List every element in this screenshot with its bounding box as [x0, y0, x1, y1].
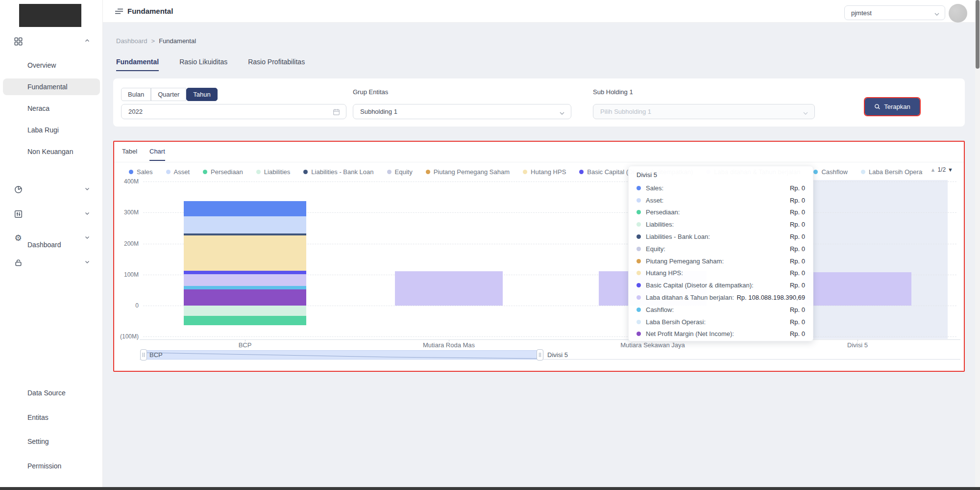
sidebar-item-permission[interactable]: Permission: [0, 253, 103, 272]
tooltip-series-dot-icon: [637, 320, 641, 324]
legend-dot-icon: [387, 170, 392, 174]
period-option-tahun[interactable]: Tahun: [186, 88, 217, 101]
sub-holding-select[interactable]: Pilih Subholding 1: [593, 104, 815, 119]
period-option-quarter[interactable]: Quarter: [151, 88, 186, 101]
avatar[interactable]: [949, 4, 967, 23]
grup-entitas-select[interactable]: Subholding 1: [353, 104, 571, 119]
sidebar-item-label: Permission: [27, 462, 61, 470]
bar-segment-divisi-5-laba-ditahan-tahun-berjalan[interactable]: [804, 272, 911, 306]
tooltip-row-value: Rp. 0: [790, 197, 805, 204]
bar-segment-bcp-laba-ditahan-tahun-berjalan[interactable]: [184, 274, 306, 286]
bar-segment-bcp-persediaan[interactable]: [184, 316, 306, 326]
chart-tooltip: Divisi 5 Sales:Rp. 0Asset:Rp. 0Persediaa…: [628, 166, 813, 341]
y-axis-tick-label: 100M: [114, 271, 139, 278]
legend-item-piutang-pemegang-saham[interactable]: Piutang Pemegang Saham: [426, 168, 510, 176]
tooltip-row-value: Rp. 0: [790, 269, 805, 277]
topbar: Fundamental pjmtest: [103, 0, 980, 23]
grup-entitas-value: Subholding 1: [360, 108, 397, 115]
bar-segment-mutiara-roda-mas-laba-ditahan-tahun-berjalan[interactable]: [395, 271, 503, 306]
sidebar-item-dashboard[interactable]: Dashboard: [0, 31, 103, 51]
tooltip-series-dot-icon: [637, 247, 641, 251]
legend-dot-icon: [813, 170, 818, 174]
sidebar-subitem-non-keuangan[interactable]: Non Keuangan: [3, 143, 100, 160]
tooltip-series-dot-icon: [637, 332, 641, 336]
navigator-right-handle[interactable]: [537, 349, 543, 361]
grup-entitas-label: Grup Entitas: [353, 88, 388, 96]
legend-label: Hutang HPS: [531, 168, 566, 176]
legend-item-cashflow[interactable]: Cashflow: [813, 168, 847, 176]
sidebar-subitem-fundamental[interactable]: Fundamental: [3, 78, 100, 95]
y-axis-tick-label: (100M): [114, 333, 139, 340]
legend-page-up-icon[interactable]: ▲: [931, 167, 936, 173]
tooltip-row-cashflow: Cashflow:Rp. 0: [637, 304, 805, 316]
gridline-400m: [143, 181, 956, 182]
y-axis-tick-label: 0: [114, 302, 139, 309]
sidebar-subitem-label: Laba Rugi: [27, 126, 59, 134]
tab-rasio-profitabilitas[interactable]: Rasio Profitabilitas: [248, 58, 305, 71]
legend-label: Laba Bersih Operasi: [869, 168, 923, 176]
bar-segment-bcp-sales[interactable]: [184, 201, 306, 216]
tooltip-row-label: Persediaan:: [646, 208, 680, 216]
legend-item-liabilities[interactable]: Liabilities: [256, 168, 290, 176]
year-input[interactable]: 2022: [121, 104, 346, 119]
y-axis-tick-label: 200M: [114, 240, 139, 247]
legend-dot-icon: [426, 170, 430, 174]
bar-segment-bcp-asset[interactable]: [184, 216, 306, 233]
tab-chart[interactable]: Chart: [149, 148, 165, 161]
legend-item-hutang-hps[interactable]: Hutang HPS: [523, 168, 566, 176]
pie-chart-icon: [14, 185, 23, 194]
sidebar-item-data-source[interactable]: Data Source: [0, 180, 103, 199]
tooltip-row-label: Liabilities - Bank Loan:: [646, 233, 710, 240]
tooltip-row-label: Asset:: [646, 197, 663, 204]
legend-label: Liabilities: [264, 168, 290, 176]
app-logo: [19, 4, 81, 27]
tooltip-row-laba-bersih-operasi: Laba Bersih Operasi:Rp. 0: [637, 316, 805, 328]
breadcrumb-dashboard[interactable]: Dashboard: [116, 37, 147, 45]
apply-button[interactable]: Terapkan: [865, 98, 920, 115]
sidebar-subitem-label: Overview: [27, 61, 56, 69]
sidebar-item-entitas[interactable]: Entitas: [0, 204, 103, 224]
legend-item-asset[interactable]: Asset: [166, 168, 190, 176]
period-option-bulan[interactable]: Bulan: [121, 88, 151, 101]
sidebar-subitem-overview[interactable]: Overview: [3, 57, 100, 74]
category-label-mutiara-sekawan-jaya: Mutiara Sekawan Jaya: [594, 341, 711, 349]
bar-segment-bcp-hutang-hps[interactable]: [184, 235, 306, 271]
sidebar-subitem-laba-rugi[interactable]: Laba Rugi: [3, 122, 100, 138]
legend-page-down-icon[interactable]: ▼: [948, 167, 953, 173]
tab-tabel[interactable]: Tabel: [122, 148, 137, 160]
sub-holding-label: Sub Holding 1: [593, 88, 633, 96]
sidebar-subitem-neraca[interactable]: Neraca: [3, 100, 100, 117]
bar-segment-bcp-liabilities[interactable]: [184, 306, 306, 316]
legend-item-sales[interactable]: Sales: [129, 168, 153, 176]
legend-page-indicator: 1/2: [937, 166, 946, 173]
bar-segment-bcp-net-profit-margin-net-income[interactable]: [184, 289, 306, 306]
legend-dot-icon: [861, 170, 865, 174]
tab-rasio-likuiditas[interactable]: Rasio Likuiditas: [179, 58, 227, 71]
navigator-selected-range[interactable]: [144, 350, 540, 360]
tooltip-row-net-profit-margin-net-income: Net Profit Margin (Net Income):Rp. 0: [637, 328, 805, 340]
tooltip-row-value: Rp. 0: [790, 306, 805, 313]
category-label-bcp: BCP: [186, 341, 304, 349]
collapse-menu-icon[interactable]: [115, 7, 123, 16]
legend-item-laba-bersih-operasi[interactable]: Laba Bersih Operasi: [861, 168, 923, 176]
navigator-right-label: Divisi 5: [547, 351, 568, 359]
breadcrumb-separator: >: [151, 37, 155, 45]
year-value: 2022: [128, 108, 143, 115]
navigator-left-handle[interactable]: [140, 349, 147, 361]
tab-fundamental[interactable]: Fundamental: [116, 58, 159, 71]
horizontal-scrollbar[interactable]: [0, 487, 980, 490]
sidebar-item-label: Setting: [27, 438, 49, 445]
calendar-icon: [333, 108, 340, 118]
tooltip-row-value: Rp. 0: [790, 282, 805, 289]
bar-segment-bcp-basic-capital-disetor-ditempatkan[interactable]: [184, 271, 306, 274]
legend-item-liabilities-bank-loan[interactable]: Liabilities - Bank Loan: [303, 168, 373, 176]
user-dropdown[interactable]: pjmtest: [844, 5, 945, 20]
vertical-scrollbar[interactable]: [975, 0, 980, 490]
tooltip-row-hutang-hps: Hutang HPS:Rp. 0: [637, 267, 805, 280]
tooltip-row-equity: Equity:Rp. 0: [637, 243, 805, 255]
legend-label: Sales: [137, 168, 153, 176]
legend-item-persediaan[interactable]: Persediaan: [203, 168, 243, 176]
vertical-scrollbar-thumb[interactable]: [976, 0, 980, 69]
bar-segment-bcp-cashflow[interactable]: [184, 286, 306, 289]
legend-item-equity[interactable]: Equity: [387, 168, 413, 176]
